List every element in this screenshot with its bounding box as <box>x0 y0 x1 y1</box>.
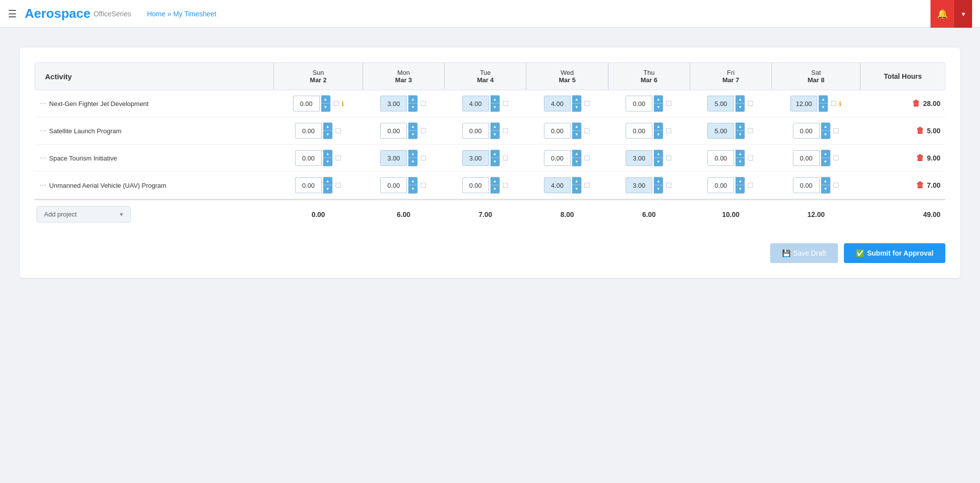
spin-up-r1-d1[interactable]: ▲ <box>408 123 417 131</box>
spin-down-r2-d5[interactable]: ▼ <box>735 158 744 166</box>
note-icon-r3-d3[interactable]: ☐ <box>584 181 590 189</box>
spin-down-r2-d6[interactable]: ▼ <box>821 158 830 166</box>
spin-up-r1-d5[interactable]: ▲ <box>735 123 744 131</box>
spin-down-r1-d1[interactable]: ▼ <box>408 131 417 139</box>
note-icon-r3-d1[interactable]: ☐ <box>420 181 427 189</box>
delete-row-icon-3[interactable]: 🗑 <box>916 181 924 189</box>
spin-up-r0-d5[interactable]: ▲ <box>735 96 744 104</box>
hour-input-r2-d0[interactable] <box>295 150 322 166</box>
note-icon-r1-d4[interactable]: ☐ <box>666 127 672 135</box>
note-icon-r0-d3[interactable]: ☐ <box>584 100 590 107</box>
spin-up-r0-d3[interactable]: ▲ <box>572 96 581 104</box>
note-icon-r1-d5[interactable]: ☐ <box>747 127 754 135</box>
note-icon-r2-d2[interactable]: ☐ <box>502 154 509 162</box>
hamburger-icon[interactable]: ☰ <box>8 8 17 20</box>
note-icon-r2-d4[interactable]: ☐ <box>666 154 672 162</box>
spin-down-r0-d6[interactable]: ▼ <box>819 104 828 111</box>
spin-up-r1-d6[interactable]: ▲ <box>821 123 830 131</box>
spin-up-r1-d3[interactable]: ▲ <box>572 123 581 131</box>
spin-down-r1-d0[interactable]: ▼ <box>323 131 332 139</box>
spin-down-r0-d4[interactable]: ▼ <box>654 104 663 111</box>
delete-row-icon-1[interactable]: 🗑 <box>916 126 924 135</box>
hour-input-r1-d2[interactable] <box>462 123 489 139</box>
note-icon-r3-d4[interactable]: ☐ <box>666 181 672 189</box>
note-icon-r0-d6[interactable]: ☐ <box>831 100 837 107</box>
hour-input-r1-d3[interactable] <box>544 123 571 139</box>
note-icon-r1-d2[interactable]: ☐ <box>502 127 509 135</box>
hour-input-r0-d1[interactable] <box>380 96 407 111</box>
spin-up-r2-d4[interactable]: ▲ <box>654 150 663 158</box>
hour-input-r0-d6[interactable] <box>790 96 817 111</box>
breadcrumb-home[interactable]: Home <box>147 10 165 18</box>
spin-down-r1-d2[interactable]: ▼ <box>490 131 499 139</box>
hour-input-r2-d6[interactable] <box>793 150 820 166</box>
note-icon-r1-d6[interactable]: ☐ <box>833 127 839 135</box>
hour-input-r0-d5[interactable] <box>707 96 734 111</box>
spin-up-r2-d0[interactable]: ▲ <box>323 150 332 158</box>
note-icon-r1-d1[interactable]: ☐ <box>420 127 427 135</box>
spin-up-r2-d5[interactable]: ▲ <box>735 150 744 158</box>
spin-down-r0-d1[interactable]: ▼ <box>408 104 417 111</box>
spin-up-r1-d2[interactable]: ▲ <box>490 123 499 131</box>
spin-up-r3-d2[interactable]: ▲ <box>490 177 499 185</box>
spin-up-r2-d3[interactable]: ▲ <box>572 150 581 158</box>
spin-up-r0-d4[interactable]: ▲ <box>654 96 663 104</box>
hour-input-r1-d1[interactable] <box>380 123 407 139</box>
spin-up-r3-d3[interactable]: ▲ <box>572 177 581 185</box>
row-menu-icon[interactable]: ··· <box>40 181 46 190</box>
note-icon-r0-d4[interactable]: ☐ <box>666 100 672 107</box>
delete-row-icon-2[interactable]: 🗑 <box>916 154 924 162</box>
note-icon-r3-d0[interactable]: ☐ <box>335 181 342 189</box>
spin-down-r3-d0[interactable]: ▼ <box>323 185 332 193</box>
spin-up-r3-d5[interactable]: ▲ <box>735 177 744 185</box>
note-icon-r2-d0[interactable]: ☐ <box>335 154 342 162</box>
spin-down-r2-d3[interactable]: ▼ <box>572 158 581 166</box>
note-icon-r2-d3[interactable]: ☐ <box>584 154 590 162</box>
row-menu-icon[interactable]: ··· <box>40 126 46 135</box>
hour-input-r3-d6[interactable] <box>793 177 820 193</box>
spin-down-r2-d2[interactable]: ▼ <box>490 158 499 166</box>
hour-input-r1-d5[interactable] <box>707 123 734 139</box>
hour-input-r3-d3[interactable] <box>544 177 571 193</box>
spin-up-r3-d4[interactable]: ▲ <box>654 177 663 185</box>
spin-down-r3-d4[interactable]: ▼ <box>654 185 663 193</box>
spin-down-r2-d1[interactable]: ▼ <box>408 158 417 166</box>
hour-input-r0-d3[interactable] <box>544 96 571 111</box>
hour-input-r2-d3[interactable] <box>544 150 571 166</box>
spin-up-r3-d0[interactable]: ▲ <box>323 177 332 185</box>
note-icon-r1-d3[interactable]: ☐ <box>584 127 590 135</box>
note-icon-r0-d2[interactable]: ☐ <box>502 100 509 107</box>
note-icon-r2-d1[interactable]: ☐ <box>420 154 427 162</box>
spin-down-r3-d2[interactable]: ▼ <box>490 185 499 193</box>
note-icon-r3-d5[interactable]: ☐ <box>747 181 754 189</box>
add-project-button[interactable]: Add project ▾ <box>37 206 131 222</box>
hour-input-r3-d0[interactable] <box>295 177 322 193</box>
note-icon-r3-d6[interactable]: ☐ <box>833 181 839 189</box>
note-icon-r0-d1[interactable]: ☐ <box>420 100 427 107</box>
hour-input-r0-d2[interactable] <box>462 96 489 111</box>
hour-input-r1-d6[interactable] <box>793 123 820 139</box>
hour-input-r3-d1[interactable] <box>380 177 407 193</box>
spin-down-r1-d4[interactable]: ▼ <box>654 131 663 139</box>
note-icon-r1-d0[interactable]: ☐ <box>335 127 342 135</box>
row-menu-icon[interactable]: ··· <box>40 99 46 108</box>
note-icon-r0-d5[interactable]: ☐ <box>747 100 754 107</box>
note-icon-r2-d6[interactable]: ☐ <box>833 154 839 162</box>
spin-down-r2-d0[interactable]: ▼ <box>323 158 332 166</box>
hour-input-r0-d0[interactable] <box>293 96 320 111</box>
hour-input-r0-d4[interactable] <box>626 96 652 111</box>
spin-down-r0-d0[interactable]: ▼ <box>321 104 330 111</box>
spin-up-r3-d6[interactable]: ▲ <box>821 177 830 185</box>
hour-input-r2-d4[interactable] <box>626 150 652 166</box>
spin-up-r2-d6[interactable]: ▲ <box>821 150 830 158</box>
spin-up-r0-d0[interactable]: ▲ <box>321 96 330 104</box>
spin-up-r2-d1[interactable]: ▲ <box>408 150 417 158</box>
spin-up-r1-d0[interactable]: ▲ <box>323 123 332 131</box>
spin-up-r1-d4[interactable]: ▲ <box>654 123 663 131</box>
hour-input-r2-d2[interactable] <box>462 150 489 166</box>
save-draft-button[interactable]: 💾 Save Draft <box>770 243 838 263</box>
spin-down-r1-d3[interactable]: ▼ <box>572 131 581 139</box>
hour-input-r1-d4[interactable] <box>626 123 652 139</box>
row-menu-icon[interactable]: ··· <box>40 154 46 162</box>
delete-row-icon-0[interactable]: 🗑 <box>912 99 920 107</box>
